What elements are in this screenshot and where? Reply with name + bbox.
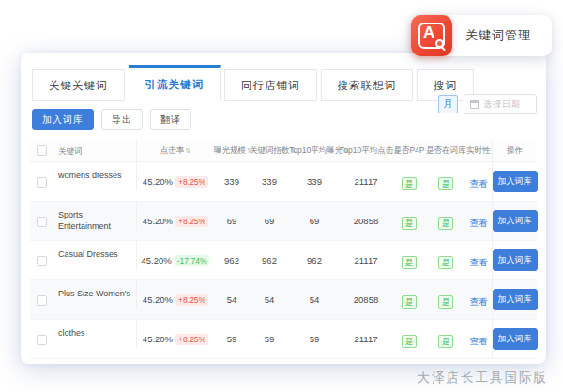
keyword-index-cell: 54 (250, 294, 289, 305)
header-in-lexicon: 是否在词库 (426, 145, 465, 157)
ctr-value: 45.20% (143, 334, 173, 344)
header-top10-exposure[interactable]: Top10平均曝光⇅ (289, 145, 340, 157)
keyword-index-cell: 339 (250, 176, 289, 187)
top10-exposure-cell: 69 (289, 216, 340, 226)
header-top10-click[interactable]: Top10平均点击⇅ (340, 145, 392, 157)
in-lexicon-yes-badge: 是 (438, 256, 454, 269)
keyword-cell: clothes (53, 320, 137, 348)
change-badge: +8.25% (175, 216, 208, 227)
table-row: womens dresses45.20%+8.25%33933933921117… (30, 162, 537, 202)
keyword-cell: Plus Size Women's (53, 280, 137, 309)
change-badge: +8.25% (175, 294, 208, 306)
keyword-index-cell: 59 (250, 334, 289, 344)
action-cell: 加入词库 (492, 202, 537, 240)
date-picker-input[interactable]: 选择日期 (464, 94, 537, 114)
top10-exposure-cell: 59 (289, 334, 340, 344)
tab-1[interactable]: 引流关键词 (129, 65, 221, 101)
keyword-cell: Sports Entertainment Panel Sign P6 P8 Pe… (53, 202, 137, 230)
view-link[interactable]: 查看 (470, 178, 488, 188)
table-row: Sports Entertainment Panel Sign P6 P8 Pe… (30, 202, 537, 241)
row-add-to-lexicon-button[interactable]: 加入词库 (493, 289, 538, 310)
tab-3[interactable]: 搜索联想词 (321, 69, 414, 101)
top10-click-cell: 21117 (340, 176, 392, 187)
tab-2[interactable]: 同行店铺词 (224, 69, 317, 101)
keyword-table: 关键词 点击率⇅ 曝光规模⇅ 关键词指数⇅ Top10平均曝光⇅ Top10平均… (30, 140, 537, 359)
action-cell: 加入词库 (492, 280, 537, 319)
keyword-manager-label: 关键词管理 (465, 27, 531, 44)
in-lexicon-yes-badge: 是 (438, 295, 454, 309)
header-exposure[interactable]: 曝光规模⇅ (214, 145, 250, 157)
ctr-cell: 45.20%+8.25% (137, 334, 214, 345)
filter-controls: 月 选择日期 (438, 94, 537, 114)
top10-exposure-cell: 962 (289, 255, 340, 265)
realtime-cell: 查看 (465, 292, 492, 309)
header-action: 操作 (492, 140, 537, 161)
row-add-to-lexicon-button[interactable]: 加入词库 (493, 328, 538, 350)
in-lexicon-yes-badge: 是 (438, 177, 454, 190)
row-add-to-lexicon-button[interactable]: 加入词库 (493, 210, 538, 232)
p4p-yes-badge: 是 (402, 335, 418, 348)
header-keyword: 关键词 (53, 140, 137, 161)
select-all-checkbox[interactable] (30, 145, 53, 156)
in-lexicon-yes-badge: 是 (438, 217, 454, 230)
realtime-cell: 查看 (465, 173, 492, 190)
keyword-manager-widget[interactable]: A 关键词管理 (411, 15, 552, 56)
change-badge: +8.25% (175, 334, 208, 345)
calendar-icon (470, 100, 479, 109)
header-ctr[interactable]: 点击率⇅ (137, 145, 214, 157)
view-link[interactable]: 查看 (470, 296, 488, 307)
row-checkbox[interactable] (30, 252, 53, 269)
row-checkbox[interactable] (30, 331, 53, 348)
p4p-yes-badge: 是 (402, 217, 418, 230)
add-to-lexicon-button[interactable]: 加入词库 (32, 109, 94, 130)
p4p-cell: 是 (392, 173, 426, 190)
header-realtime: 实时性 (465, 145, 492, 157)
row-checkbox[interactable] (30, 173, 53, 190)
in-lexicon-cell: 是 (426, 292, 465, 309)
keyword-index-cell: 69 (250, 216, 289, 226)
table-row: Casual Dresses45.20%-17.74%9629629622111… (30, 241, 537, 280)
action-cell: 加入词库 (492, 162, 537, 201)
ctr-cell: 45.20%+8.25% (137, 294, 214, 306)
top10-click-cell: 20858 (340, 216, 392, 226)
table-row: Plus Size Women's45.20%+8.25%54545420858… (30, 280, 537, 320)
realtime-cell: 查看 (465, 331, 492, 348)
top10-exposure-cell: 54 (289, 294, 340, 305)
change-badge: +8.25% (175, 176, 208, 188)
tab-0[interactable]: 关键关键词 (32, 69, 125, 101)
realtime-cell: 查看 (465, 252, 492, 269)
header-p4p: 是否P4P (392, 145, 426, 157)
table-body: womens dresses45.20%+8.25%33933933921117… (30, 162, 537, 359)
watermark: 大泽店长工具国际版 (418, 369, 549, 386)
view-link[interactable]: 查看 (470, 218, 488, 228)
row-add-to-lexicon-button[interactable]: 加入词库 (493, 249, 538, 271)
p4p-yes-badge: 是 (402, 177, 418, 190)
p4p-cell: 是 (392, 292, 426, 309)
view-link[interactable]: 查看 (470, 257, 488, 267)
table-row: clothes45.20%+8.25%59595921117是是查看加入词库 (30, 320, 537, 359)
row-add-to-lexicon-button[interactable]: 加入词库 (493, 171, 538, 192)
action-cell: 加入词库 (492, 241, 537, 279)
header-keyword-index[interactable]: 关键词指数⇅ (250, 145, 289, 157)
ctr-cell: 45.20%-17.74% (137, 255, 214, 266)
translate-button[interactable]: 翻译 (150, 109, 191, 130)
exposure-cell: 69 (214, 216, 250, 226)
keyword-cell: womens dresses (53, 162, 137, 190)
in-lexicon-cell: 是 (426, 213, 465, 230)
export-button[interactable]: 导出 (101, 109, 143, 130)
row-checkbox[interactable] (30, 213, 53, 230)
exposure-cell: 339 (214, 176, 250, 187)
top10-click-cell: 21117 (340, 334, 392, 344)
keyword-index-cell: 962 (250, 255, 289, 265)
period-month-button[interactable]: 月 (438, 95, 458, 113)
view-link[interactable]: 查看 (470, 336, 488, 346)
realtime-cell: 查看 (465, 213, 492, 230)
keyword-cell: Casual Dresses (53, 241, 137, 269)
ctr-cell: 45.20%+8.25% (137, 176, 214, 188)
p4p-yes-badge: 是 (402, 256, 418, 269)
top10-click-cell: 21117 (340, 255, 392, 265)
ctr-value: 45.20% (143, 216, 173, 226)
row-checkbox[interactable] (30, 292, 53, 309)
in-lexicon-cell: 是 (426, 331, 465, 348)
exposure-cell: 962 (214, 255, 250, 265)
